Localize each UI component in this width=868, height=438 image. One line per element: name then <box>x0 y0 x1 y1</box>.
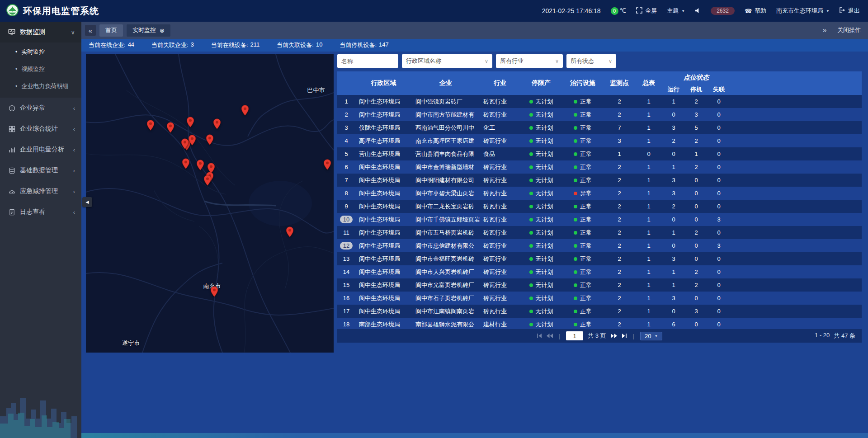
table-row[interactable]: 10 阆中生态环境局 阆中市千佛镇五郎垭页岩 砖瓦行业 无计划 正常 2 1 0… <box>337 213 862 226</box>
prev-page-button[interactable] <box>547 334 553 338</box>
cell-limit-status: 无计划 <box>520 292 562 305</box>
map-pin-icon[interactable] <box>197 160 204 172</box>
table-row[interactable]: 13 阆中生态环境局 阆中市金福旺页岩机砖 砖瓦行业 无计划 正常 2 1 3 … <box>337 252 862 265</box>
help-button[interactable]: ☎ 帮助 <box>745 7 766 15</box>
table-row[interactable]: 3 仪陇生态环境局 西南油气田分公司川中 化工 无计划 正常 7 1 3 5 0 <box>337 121 862 134</box>
name-filter-input[interactable] <box>337 54 398 68</box>
map-pin-icon[interactable] <box>187 117 194 129</box>
cell-industry: 砖瓦行业 <box>480 200 520 213</box>
cell-facility-status: 正常 <box>562 213 604 226</box>
table-row[interactable]: 15 阆中生态环境局 阆中市光富页岩机砖厂 砖瓦行业 无计划 正常 2 1 1 … <box>337 278 862 292</box>
next-page-button[interactable] <box>611 334 617 338</box>
cell-meter-count: 1 <box>635 278 662 292</box>
page-size-select[interactable]: 20 ▼ <box>640 332 662 340</box>
cell-industry: 化工 <box>480 121 520 134</box>
org-dropdown[interactable]: 南充市生态环境局 ▼ <box>776 7 830 15</box>
cell-meter-count: 1 <box>635 200 662 213</box>
sidebar-item-company-statistics[interactable]: 企业综合统计 ‹ <box>0 118 81 139</box>
status-filter-select[interactable]: 所有状态 ∨ <box>566 54 616 68</box>
cell-monitor-count: 2 <box>604 318 635 329</box>
map-pin-icon[interactable] <box>189 135 196 147</box>
map-pin-icon[interactable] <box>210 286 218 299</box>
map-pin-icon[interactable] <box>206 134 214 147</box>
table-row[interactable]: 5 营山生态环境局 营山县润丰肉食品有限 食品 无计划 正常 1 0 0 1 0 <box>337 147 862 160</box>
map-pin-icon[interactable] <box>147 120 155 132</box>
sidebar-item-label: 数据监测 <box>20 28 66 36</box>
map-pin-icon[interactable] <box>204 175 212 188</box>
map-pin-icon[interactable] <box>181 138 189 151</box>
cell-monitor-count: 1 <box>604 147 635 160</box>
cell-offline-count: 0 <box>708 226 730 239</box>
temperature-unit: ℃ <box>620 7 627 14</box>
table-row[interactable]: 8 阆中生态环境局 阆中市枣碧大梁山页岩 砖瓦行业 无计划 异常 2 1 3 0… <box>337 187 862 200</box>
chevron-down-icon: ∨ <box>609 58 612 64</box>
chevron-left-icon: ‹ <box>73 209 75 216</box>
table-row[interactable]: 1 阆中生态环境局 阆中强锐页岩砖厂 砖瓦行业 无计划 正常 2 1 1 2 0 <box>337 95 862 108</box>
map-pin-icon[interactable] <box>323 159 331 172</box>
sidebar-item-data-monitoring[interactable]: 数据监测 ∨ <box>0 22 81 42</box>
cell-limit-status: 无计划 <box>520 265 562 278</box>
tab-home[interactable]: 首页 <box>99 24 123 37</box>
cell-offline-count: 0 <box>708 200 730 213</box>
notice-count-badge[interactable]: 2632 <box>711 7 735 15</box>
cell-stopped-count: 0 <box>685 174 708 187</box>
table-row[interactable]: 6 阆中生态环境局 阆中市金博瑞新型墙材 砖瓦行业 无计划 正常 2 1 1 2… <box>337 160 862 174</box>
industry-filter-select[interactable]: 所有行业 ∨ <box>496 54 563 68</box>
database-icon <box>8 167 15 174</box>
cell-monitor-count: 2 <box>604 108 635 121</box>
table-row[interactable]: 17 阆中生态环境局 阆中市江南镇阆南页岩 砖瓦行业 无计划 正常 2 1 0 … <box>337 305 862 318</box>
table-row[interactable]: 4 高坪生态环境局 南充市高坪区王家店建 砖瓦行业 无计划 正常 3 1 2 2… <box>337 134 862 147</box>
sidebar-subitem-realtime-monitor[interactable]: • 实时监控 <box>0 43 81 61</box>
cell-facility-status: 正常 <box>562 252 604 265</box>
map-pin-icon[interactable] <box>182 158 189 171</box>
close-operations-button[interactable]: 关闭操作 <box>837 26 861 34</box>
table-row[interactable]: 11 阆中生态环境局 阆中市五马桥页岩机砖 砖瓦行业 无计划 正常 2 1 1 … <box>337 226 862 239</box>
sidebar-item-emergency-reduction[interactable]: 应急减排管理 ‹ <box>0 181 81 202</box>
table-row[interactable]: 7 阆中生态环境局 阆中明阳建材有限公司 砖瓦行业 无计划 正常 2 1 3 0… <box>337 174 862 187</box>
table-row[interactable]: 9 阆中生态环境局 阆中市二龙长宝页岩砖 砖瓦行业 无计划 正常 2 1 2 0… <box>337 200 862 213</box>
table-row[interactable]: 14 阆中生态环境局 阆中市大兴页岩机砖厂 砖瓦行业 无计划 正常 2 1 1 … <box>337 265 862 278</box>
table-row[interactable]: 2 阆中生态环境局 阆中市南方节能建材有 砖瓦行业 无计划 正常 2 1 0 3… <box>337 108 862 121</box>
sidebar-item-log-view[interactable]: 日志查看 ‹ <box>0 202 81 222</box>
sidebar-item-power-analysis[interactable]: 企业用电量分析 ‹ <box>0 139 81 160</box>
fullscreen-button[interactable]: 全屏 <box>636 7 657 15</box>
sidebar-item-company-abnormal[interactable]: 企业异常 ‹ <box>0 98 81 118</box>
page-number-input[interactable] <box>566 331 583 340</box>
cell-region: 阆中生态环境局 <box>355 160 412 174</box>
cell-monitor-count: 2 <box>604 292 635 305</box>
cell-industry: 砖瓦行业 <box>480 213 520 226</box>
last-page-button[interactable] <box>622 334 627 338</box>
map-panel[interactable]: 巴中市南充市遂宁市 <box>86 54 334 353</box>
region-filter-select[interactable]: 行政区域名称 ∨ <box>402 54 492 68</box>
tab-realtime-monitor[interactable]: 实时监控 ⊗ <box>127 24 170 37</box>
cell-monitor-count: 2 <box>604 95 635 108</box>
cell-offline-count: 0 <box>708 265 730 278</box>
cell-industry: 食品 <box>480 147 520 160</box>
table-row[interactable]: 18 南部生态环境局 南部县雄狮水泥有限公 建材行业 无计划 正常 2 1 6 … <box>337 318 862 329</box>
map-pin-icon[interactable] <box>241 105 249 118</box>
logout-button[interactable]: 退出 <box>840 7 860 15</box>
map-pin-icon[interactable] <box>166 122 174 135</box>
sidebar-item-base-data[interactable]: 基础数据管理 ‹ <box>0 160 81 181</box>
cell-limit-status: 无计划 <box>520 318 562 329</box>
map-pin-icon[interactable] <box>286 226 294 239</box>
stat-offline-devices: 当前失联设备:10 <box>277 41 322 49</box>
map-pin-icon[interactable] <box>213 118 221 131</box>
cell-company: 西南油气田分公司川中 <box>412 121 480 134</box>
map-collapse-handle[interactable]: ◀ <box>82 197 92 207</box>
announcement-button[interactable] <box>695 8 701 14</box>
tab-scroll-right-button[interactable]: » <box>819 25 830 36</box>
close-icon[interactable]: ⊗ <box>160 27 165 34</box>
sidebar-subitem-power-load-detail[interactable]: • 企业电力负荷明细 <box>0 78 81 95</box>
table-row[interactable]: 12 阆中生态环境局 阆中市忠信建材有限公 砖瓦行业 无计划 正常 2 1 0 … <box>337 239 862 252</box>
sidebar-item-label: 企业用电量分析 <box>20 146 69 154</box>
brand: 环保用电监管系统 <box>6 4 99 18</box>
tab-scroll-left-button[interactable]: « <box>85 25 96 36</box>
facility-status-dot <box>574 113 577 117</box>
theme-dropdown[interactable]: 主题 ▼ <box>667 7 685 15</box>
table-row[interactable]: 16 阆中生态环境局 阆中市石子页岩机砖厂 砖瓦行业 无计划 正常 2 1 3 … <box>337 292 862 305</box>
first-page-button[interactable] <box>537 334 542 338</box>
limit-status-dot <box>529 323 533 326</box>
cell-meter-count: 1 <box>635 265 662 278</box>
sidebar-subitem-video-monitor[interactable]: • 视频监控 <box>0 61 81 78</box>
